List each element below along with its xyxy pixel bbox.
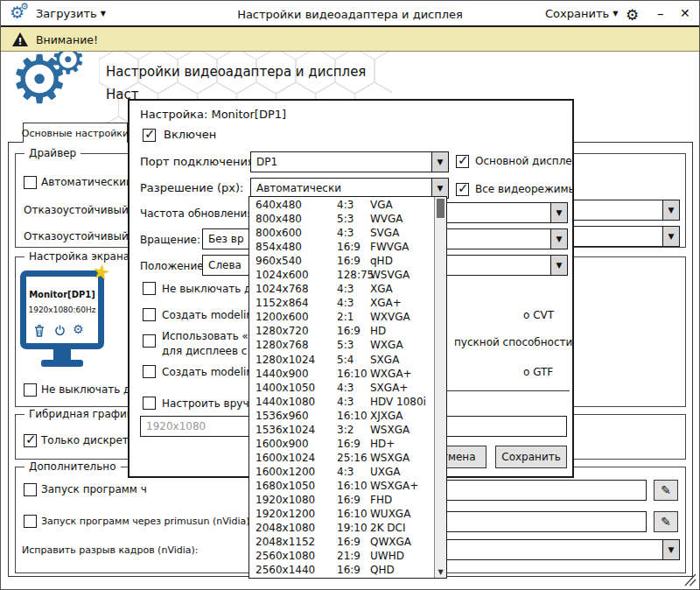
- resolution-name: VGA: [370, 199, 434, 211]
- aspect-ratio: 5:3: [337, 339, 370, 351]
- aspect-ratio: 128:75: [337, 269, 370, 281]
- resolution-option[interactable]: 2560x1080 21:9 UWHD: [249, 549, 434, 563]
- resolution-value: 1280x768: [249, 339, 337, 351]
- resolution-option[interactable]: 1680x1050 16:10 WSXGA+: [249, 479, 434, 493]
- resolution-name: XGA+: [370, 297, 434, 309]
- resolution-option[interactable]: 1600x1024 25:16 WSXGA: [249, 451, 434, 465]
- resolution-value: 1536x960: [249, 410, 337, 422]
- port-combo[interactable]: DP1 ▼: [250, 151, 449, 172]
- group-screen-legend: Настройка экрана: [24, 250, 134, 263]
- modeline-cvt-checkbox[interactable]: [143, 308, 156, 321]
- chevron-down-icon[interactable]: ▼: [662, 200, 679, 220]
- chevron-down-icon[interactable]: ▼: [550, 256, 567, 275]
- run-programs-checkbox-2[interactable]: [24, 515, 37, 528]
- auto-driver-checkbox[interactable]: [24, 176, 37, 189]
- chevron-down-icon[interactable]: ▼: [662, 540, 679, 559]
- settings-gear-button[interactable]: ⚙: [626, 6, 639, 24]
- group-extra-legend: Дополнительно: [24, 460, 121, 473]
- edit-button-1[interactable]: ✎: [654, 480, 678, 501]
- dialog-save-button[interactable]: Сохранить: [495, 446, 567, 468]
- resolution-option[interactable]: 2048x1080 19:10 2K DCI: [249, 521, 434, 535]
- resolution-option[interactable]: 640x480 4:3 VGA: [249, 198, 434, 212]
- resolution-option[interactable]: 1280x1024 5:4 SXGA: [249, 353, 434, 367]
- resolution-option[interactable]: 1920x1080 16:9 FHD: [249, 493, 434, 507]
- keep-display-on-checkbox[interactable]: [143, 282, 156, 295]
- monitor-stand: [53, 348, 71, 360]
- aspect-ratio: 2:1: [337, 311, 370, 323]
- resolution-option[interactable]: 1200x600 2:1 WXVGA: [249, 310, 434, 324]
- run-programs-checkbox-1[interactable]: [24, 483, 37, 496]
- gear-icon[interactable]: ⚙: [73, 322, 84, 336]
- modeline-gtf-checkbox[interactable]: [143, 365, 156, 378]
- resolution-name: WSXGA: [370, 424, 434, 436]
- resolution-option[interactable]: 1024x768 4:3 XGA: [249, 282, 434, 296]
- modeline-cvt-label: Создать modeline: [162, 309, 259, 321]
- chevron-down-icon[interactable]: ▼: [550, 229, 567, 249]
- cvt-reduced-checkbox[interactable]: [143, 334, 156, 348]
- aspect-ratio: 16:9: [337, 564, 370, 576]
- aspect-ratio: 16:9: [337, 255, 370, 267]
- resolution-option[interactable]: 854x480 16:9 FWVGA: [249, 240, 434, 254]
- aspect-ratio: 4:3: [337, 297, 370, 309]
- resolution-option[interactable]: 1440x900 16:10 WXGA+: [249, 367, 434, 381]
- modeline-cvt-label-fragment: о CVT: [523, 309, 554, 321]
- warning-text: Внимание!: [36, 33, 98, 46]
- primary-display-checkbox[interactable]: [456, 155, 469, 168]
- resolution-option[interactable]: 1440x1080 4:3 HDV 1080i: [249, 395, 434, 409]
- group-hybrid-legend: Гибридная графика: [24, 408, 144, 420]
- manual-mode-checkbox[interactable]: [143, 397, 156, 410]
- resolution-option[interactable]: 1920x1200 16:10 WUXGA: [249, 507, 434, 521]
- scroll-down-icon[interactable]: ▼: [435, 565, 446, 578]
- resolution-option[interactable]: 1600x900 16:9 HD+: [249, 437, 434, 451]
- all-modes-checkbox[interactable]: [456, 183, 469, 196]
- resize-handle[interactable]: [682, 572, 697, 587]
- resolution-name: FWVGA: [370, 241, 434, 253]
- resolution-name: QHD: [370, 564, 434, 576]
- resolution-option[interactable]: 1280x768 5:3 WXGA: [249, 338, 434, 352]
- resolution-option[interactable]: 960x540 16:9 qHD: [249, 254, 434, 268]
- chevron-down-icon[interactable]: ▼: [550, 203, 567, 222]
- resolution-name: WXVGA: [370, 311, 434, 323]
- enabled-checkbox[interactable]: [143, 129, 156, 142]
- close-button[interactable]: ✕: [680, 6, 690, 20]
- resolution-value: 1280x720: [249, 325, 337, 337]
- resolution-option[interactable]: 1152x864 4:3 XGA+: [249, 296, 434, 310]
- resolution-option[interactable]: 1280x720 16:9 HD: [249, 324, 434, 338]
- enabled-label: Включен: [164, 128, 216, 141]
- scrollbar-thumb[interactable]: [437, 199, 444, 218]
- cvt-reduced-label-fragment: пускной способности: [454, 336, 572, 348]
- tab-main-settings[interactable]: Основные настройки: [23, 123, 128, 143]
- load-button[interactable]: Загрузить ▼: [36, 7, 106, 20]
- run-programs-label-2: Запуск программ через primusun (nVidia): [41, 516, 250, 527]
- resolution-option[interactable]: 2048x1152 16:9 QWXGA: [249, 535, 434, 549]
- resolution-name: UWHD: [370, 550, 434, 562]
- resolution-option[interactable]: 1024x600 128:75 WSVGA: [249, 268, 434, 282]
- resolution-value: 960x540: [249, 255, 337, 267]
- resolution-value: 1440x900: [249, 368, 337, 380]
- edit-button-2[interactable]: ✎: [654, 511, 678, 532]
- keep-display-on-checkbox-main[interactable]: [24, 383, 37, 397]
- dropdown-scrollbar[interactable]: ▼: [434, 197, 446, 578]
- aspect-ratio: 19:10: [337, 522, 370, 534]
- trash-icon[interactable]: [34, 325, 45, 337]
- resolution-name: 2K DCI: [370, 522, 434, 534]
- resolution-option[interactable]: 2560x1440 16:9 QHD: [249, 563, 434, 577]
- minimize-button[interactable]: –: [657, 6, 664, 22]
- chevron-down-icon[interactable]: ▼: [662, 227, 679, 246]
- resolution-option[interactable]: 800x600 4:3 SVGA: [249, 226, 434, 240]
- resolution-option[interactable]: 1400x1050 4:3 SXGA+: [249, 381, 434, 395]
- power-icon[interactable]: [54, 325, 66, 336]
- resolution-option[interactable]: 1536x1024 3:2 WSXGA: [249, 423, 434, 437]
- resolution-option[interactable]: 1536x960 16:10 XJXGA: [249, 409, 434, 423]
- chevron-down-icon[interactable]: ▼: [431, 152, 448, 172]
- monitor-widget[interactable]: Monitor[DP1] 1920x1080:60Hz ⚙ ★: [20, 269, 108, 374]
- monitor-mode: 1920x1080:60Hz: [20, 306, 104, 314]
- aspect-ratio: 16:9: [337, 438, 370, 450]
- discrete-only-checkbox[interactable]: [24, 434, 37, 447]
- save-menu-button[interactable]: Сохранить ▼: [545, 7, 618, 20]
- resolution-option[interactable]: 1600x1200 4:3 UXGA: [249, 465, 434, 479]
- app-window: ⚙ ⚙ Загрузить ▼ Настройки видеоадаптера …: [0, 0, 700, 590]
- resolution-option[interactable]: 800x480 5:3 WVGA: [249, 212, 434, 226]
- monitor-base: [41, 360, 83, 367]
- chevron-down-icon[interactable]: ▼: [431, 179, 448, 198]
